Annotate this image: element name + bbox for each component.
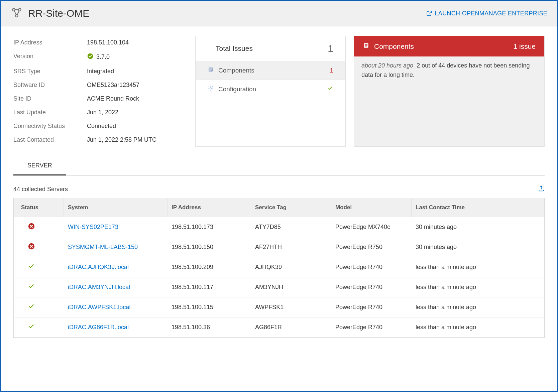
- cell-status: [14, 297, 64, 317]
- col-header-ip[interactable]: IP Address: [168, 198, 251, 217]
- issue-badge: 1 issue: [513, 42, 536, 50]
- svg-rect-11: [365, 45, 367, 46]
- list-icon: [363, 42, 369, 50]
- external-link-icon: [426, 10, 432, 16]
- page-title: RR-Site-OME: [28, 8, 89, 19]
- titlebar: RR-Site-OME LAUNCH OPENMANAGE ENTERPRISE: [1, 1, 557, 26]
- table-row: iDRAC.AM3YNJH.local198.51.100.117AM3YNJH…: [14, 277, 544, 297]
- export-button[interactable]: [538, 185, 545, 193]
- error-icon: [28, 243, 35, 252]
- cell-status: [14, 257, 64, 277]
- issue-time: about 20 hours ago: [361, 62, 413, 69]
- cell-model: PowerEdge R740: [331, 258, 412, 276]
- col-header-system[interactable]: System: [64, 198, 168, 217]
- gear-icon: [208, 85, 214, 93]
- cell-ip: 198.51.100.209: [168, 258, 251, 276]
- system-link[interactable]: iDRAC.AG86F1R.local: [68, 324, 129, 331]
- cell-model: PowerEdge R740: [331, 298, 412, 316]
- issue-detail-body: about 20 hours ago2 out of 44 devices ha…: [354, 56, 544, 85]
- table-row: iDRAC.AJHQK39.local198.51.100.209AJHQK39…: [14, 257, 544, 277]
- cell-time: less than a minute ago: [412, 258, 544, 276]
- svg-point-0: [12, 8, 15, 11]
- svg-rect-5: [209, 69, 212, 69]
- checkmark-icon: [87, 53, 94, 61]
- table-row: iDRAC.AG86F1R.local198.51.100.36AG86F1RP…: [14, 317, 544, 338]
- cell-tag: ATY7D85: [251, 218, 331, 236]
- system-link[interactable]: SYSMGMT-ML-LABS-150: [68, 244, 138, 250]
- cell-tag: AJHQK39: [251, 258, 331, 276]
- prop-value-version: 3.7.0: [96, 53, 110, 60]
- issue-detail-panel: Components 1 issue about 20 hours ago2 o…: [354, 36, 545, 147]
- collector-icon: [11, 7, 23, 20]
- cell-status: [14, 237, 64, 257]
- prop-value-conn: Connected: [87, 123, 116, 130]
- prop-value-site: ACME Round Rock: [87, 95, 139, 102]
- issue-detail-header: Components 1 issue: [354, 36, 544, 56]
- prop-label-swid: Software ID: [13, 82, 87, 89]
- svg-rect-12: [365, 46, 367, 47]
- col-header-time[interactable]: Last Contact Time: [412, 198, 544, 217]
- cell-time: less than a minute ago: [412, 318, 544, 336]
- tab-server[interactable]: SERVER: [13, 157, 66, 175]
- total-issues-count: 1: [328, 43, 333, 54]
- error-icon: [28, 223, 35, 232]
- svg-point-2: [15, 14, 18, 17]
- table-row: SYSMGMT-ML-LABS-150198.51.100.150AF27HTH…: [14, 237, 544, 257]
- prop-value-lastupd: Jun 1, 2022: [87, 109, 118, 116]
- cell-model: PowerEdge R740: [331, 318, 412, 336]
- checkmark-icon: [327, 85, 333, 93]
- cell-status: [14, 277, 64, 297]
- prop-label-conn: Connectivity Status: [13, 123, 87, 130]
- cell-tag: AWPFSK1: [251, 298, 331, 316]
- cell-tag: AF27HTH: [251, 238, 331, 256]
- cell-ip: 198.51.100.150: [168, 238, 251, 256]
- prop-value-srs: Integrated: [87, 68, 114, 75]
- svg-rect-7: [209, 71, 211, 71]
- col-header-model[interactable]: Model: [331, 198, 412, 217]
- cell-time: less than a minute ago: [412, 278, 544, 296]
- prop-label-version: Version: [13, 53, 87, 61]
- table-header: Status System IP Address Service Tag Mod…: [14, 198, 544, 217]
- prop-label-lastupd: Last Update: [13, 109, 87, 116]
- cell-model: PowerEdge R750: [331, 238, 412, 256]
- table-row: WIN-SYS02PE173198.51.100.173ATY7D85Power…: [14, 217, 544, 237]
- cell-time: 30 minutes ago: [412, 238, 544, 256]
- cell-tag: AM3YNJH: [251, 278, 331, 296]
- components-issue-count: 1: [330, 67, 333, 74]
- system-link[interactable]: iDRAC.AWPFSK1.local: [68, 304, 130, 310]
- prop-value-swid: OME5123ar123457: [87, 82, 139, 89]
- cell-model: PowerEdge MX740c: [331, 218, 412, 236]
- servers-count: 44 collected Servers: [13, 186, 68, 193]
- svg-rect-10: [365, 44, 367, 45]
- properties-panel: IP Address198.51.100.104 Version 3.7.0 S…: [13, 36, 187, 147]
- cell-time: less than a minute ago: [412, 298, 544, 316]
- prop-label-site: Site ID: [13, 95, 87, 102]
- system-link[interactable]: iDRAC.AM3YNJH.local: [68, 284, 130, 290]
- prop-label-lastcontact: Last Contacted: [13, 136, 87, 143]
- table-row: iDRAC.AWPFSK1.local198.51.100.115AWPFSK1…: [14, 297, 544, 317]
- system-link[interactable]: iDRAC.AJHQK39.local: [68, 264, 129, 270]
- col-header-status[interactable]: Status: [14, 198, 64, 217]
- checkmark-icon: [28, 283, 35, 292]
- col-header-tag[interactable]: Service Tag: [251, 198, 331, 217]
- tabs: SERVER: [13, 157, 545, 176]
- category-row-components[interactable]: Components 1: [196, 61, 345, 80]
- issues-summary-panel: Total Issues 1 Components 1 Configuratio…: [195, 36, 346, 147]
- table-body[interactable]: WIN-SYS02PE173198.51.100.173ATY7D85Power…: [14, 217, 544, 338]
- servers-table: Status System IP Address Service Tag Mod…: [13, 198, 545, 338]
- list-icon: [208, 67, 214, 74]
- cell-model: PowerEdge R740: [331, 278, 412, 296]
- cell-ip: 198.51.100.173: [168, 218, 251, 236]
- cell-ip: 198.51.100.117: [168, 278, 251, 296]
- svg-point-1: [18, 8, 21, 11]
- category-row-configuration[interactable]: Configuration: [196, 80, 345, 98]
- prop-label-ip: IP Address: [13, 39, 87, 46]
- checkmark-icon: [28, 323, 35, 332]
- prop-value-ip: 198.51.100.104: [87, 39, 129, 46]
- cell-tag: AG86F1R: [251, 318, 331, 336]
- prop-label-srs: SRS Type: [13, 68, 87, 75]
- system-link[interactable]: WIN-SYS02PE173: [68, 224, 118, 230]
- cell-time: 30 minutes ago: [412, 218, 544, 236]
- total-issues-row: Total Issues 1: [196, 36, 345, 61]
- launch-openmanage-link[interactable]: LAUNCH OPENMANAGE ENTERPRISE: [426, 10, 547, 17]
